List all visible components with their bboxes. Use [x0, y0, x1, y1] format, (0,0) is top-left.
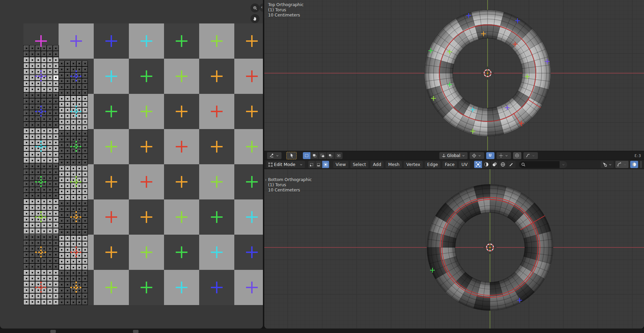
uv-face[interactable] [59, 195, 65, 200]
uv-face[interactable] [47, 258, 53, 264]
uv-face[interactable] [29, 69, 35, 75]
uv-face[interactable] [23, 187, 29, 193]
uv-face[interactable] [29, 169, 35, 175]
uv-face[interactable] [76, 189, 82, 195]
uv-face[interactable] [53, 175, 59, 181]
uv-face[interactable] [65, 130, 71, 136]
uv-face[interactable] [47, 98, 53, 104]
snap-target-dropdown[interactable] [497, 152, 511, 159]
uv-face[interactable] [65, 282, 71, 288]
uv-face[interactable] [53, 98, 59, 104]
uv-face[interactable] [47, 210, 53, 216]
uv-face[interactable] [65, 148, 71, 154]
uv-face[interactable] [53, 228, 59, 234]
uv-face[interactable] [71, 177, 76, 183]
uv-face[interactable] [23, 293, 29, 299]
proportional-falloff-dropdown[interactable] [523, 152, 538, 159]
uv-face[interactable] [53, 87, 59, 92]
uv-face[interactable] [29, 92, 35, 98]
uv-face[interactable] [65, 276, 71, 282]
uv-face[interactable] [23, 87, 29, 92]
uv-face[interactable] [41, 228, 47, 234]
uv-face[interactable] [47, 205, 53, 210]
uv-face[interactable] [47, 275, 53, 281]
uv-face[interactable] [71, 299, 76, 305]
uv-face[interactable] [59, 130, 65, 136]
uv-face[interactable] [23, 299, 29, 305]
uv-face[interactable] [71, 264, 76, 270]
uv-face[interactable] [76, 235, 82, 241]
select-mode-invert[interactable] [327, 152, 335, 159]
clipped-edge-button[interactable] [640, 161, 642, 168]
uv-face[interactable] [23, 240, 29, 246]
uv-face[interactable] [29, 199, 35, 205]
menu-mesh[interactable]: Mesh [386, 161, 402, 168]
uv-face[interactable] [53, 57, 59, 63]
uv-face[interactable] [23, 181, 29, 187]
uv-face[interactable] [29, 264, 35, 270]
uv-face[interactable] [29, 98, 35, 104]
uv-face[interactable] [35, 299, 41, 305]
uv-face[interactable] [29, 57, 35, 63]
uv-face[interactable] [29, 293, 35, 299]
uv-face[interactable] [53, 92, 59, 98]
uv-face[interactable] [47, 234, 53, 240]
viewport-scene[interactable] [264, 0, 644, 151]
uv-face[interactable] [35, 45, 41, 51]
uv-face[interactable] [53, 287, 59, 293]
uv-face[interactable] [47, 299, 53, 305]
uv-face[interactable] [53, 116, 59, 122]
uv-face[interactable] [47, 163, 53, 169]
uv-face[interactable] [47, 140, 53, 146]
uv-face[interactable] [23, 169, 29, 175]
uv-face[interactable] [59, 282, 65, 288]
uv-face[interactable] [65, 218, 71, 224]
shading-rendered-button[interactable] [499, 161, 507, 168]
uv-face[interactable] [65, 258, 71, 264]
uv-face[interactable] [41, 140, 47, 146]
uv-face[interactable] [35, 110, 41, 116]
uv-face[interactable] [59, 270, 65, 276]
uv-face[interactable] [41, 104, 47, 110]
uv-face[interactable] [23, 246, 29, 252]
uv-face[interactable] [76, 171, 82, 177]
uv-face[interactable] [23, 146, 29, 151]
uv-face[interactable] [23, 81, 29, 87]
uv-face[interactable] [71, 235, 76, 241]
viewport-canvas-bottom[interactable] [264, 169, 644, 329]
uv-face[interactable] [47, 216, 53, 222]
uv-face[interactable] [41, 122, 47, 128]
uv-face[interactable] [76, 177, 82, 183]
uv-face[interactable] [82, 218, 88, 224]
uv-face[interactable] [65, 125, 71, 131]
uv-face[interactable] [29, 270, 35, 275]
uv-face[interactable] [82, 113, 88, 119]
uv-face[interactable] [59, 189, 65, 195]
uv-face[interactable] [76, 183, 82, 189]
uv-face[interactable] [23, 104, 29, 110]
active-tool-dropdown[interactable] [267, 152, 282, 159]
uv-face[interactable] [65, 67, 71, 72]
uv-face[interactable] [82, 78, 88, 84]
uv-face[interactable] [76, 212, 82, 218]
uv-face[interactable] [82, 229, 88, 235]
viewport-shading-button[interactable] [630, 161, 638, 168]
uv-face[interactable] [41, 116, 47, 122]
shading-solid-button[interactable] [482, 161, 491, 168]
uv-face[interactable] [76, 282, 82, 288]
uv-face[interactable] [65, 72, 71, 78]
uv-face[interactable] [53, 51, 59, 57]
uv-face[interactable] [71, 229, 76, 235]
uv-face[interactable] [41, 175, 47, 181]
uv-face[interactable] [53, 205, 59, 210]
uv-face[interactable] [29, 51, 35, 57]
uv-face[interactable] [65, 101, 71, 107]
uv-face[interactable] [41, 45, 47, 51]
uv-face[interactable] [59, 229, 65, 235]
uv-face[interactable] [76, 299, 82, 305]
uv-face[interactable] [35, 187, 41, 193]
uv-face[interactable] [65, 113, 71, 119]
uv-face[interactable] [35, 281, 41, 287]
uv-face[interactable] [35, 246, 41, 252]
uv-face[interactable] [71, 183, 76, 189]
